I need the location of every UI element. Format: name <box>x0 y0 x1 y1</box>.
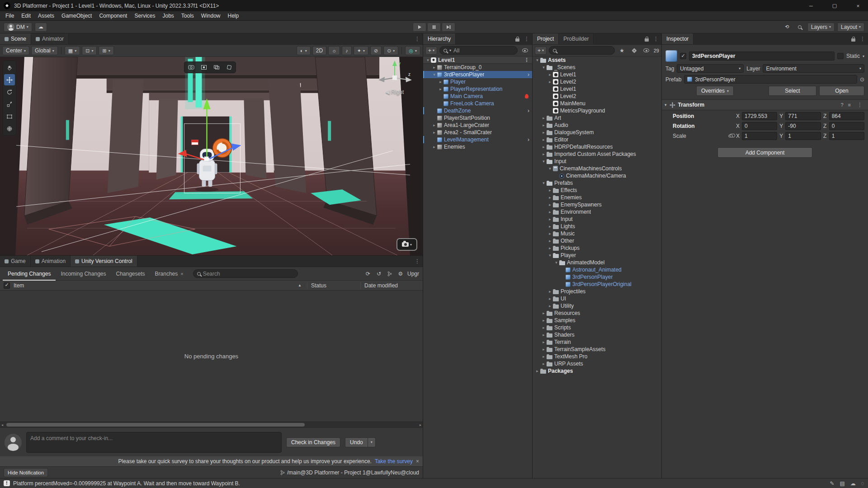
layers-dropdown[interactable]: Layers ▾ <box>807 23 835 32</box>
prefab-open-arrow[interactable]: › <box>527 71 530 78</box>
cloud-services-button[interactable]: ☁ <box>35 23 47 32</box>
project-item-shaders[interactable]: ▸Shaders <box>533 331 661 338</box>
project-item-level2[interactable]: Level2 <box>533 93 661 100</box>
maximize-button[interactable]: ▢ <box>825 0 844 11</box>
project-item-packages[interactable]: ▸Packages <box>533 367 661 375</box>
expander-icon[interactable]: ▾ <box>547 166 553 171</box>
transform-rotation-z-field[interactable] <box>829 122 864 130</box>
hierarchy-item-area2-smallcrater[interactable]: ▸Area2 - SmallCrater <box>423 129 532 136</box>
project-item-prefabs[interactable]: ▾Prefabs <box>533 179 661 187</box>
project-item-3rdpersonplayeroriginal[interactable]: 3rdPersonPlayerOriginal <box>533 281 661 288</box>
column-date[interactable]: Date modified <box>360 282 419 289</box>
project-item-enemies[interactable]: ▸Enemies <box>533 194 661 201</box>
hierarchy-item-3rdpersonplayer[interactable]: ▾3rdPersonPlayer› <box>423 71 532 78</box>
hidden-packages-button[interactable] <box>642 46 651 55</box>
create-asset-button[interactable]: + ▾ <box>535 47 547 55</box>
project-item-astronaut-animated[interactable]: Astronaut_Animated <box>533 266 661 273</box>
expander-icon[interactable]: ▾ <box>534 58 540 62</box>
hierarchy-item-area1-largecrater[interactable]: ▸Area1-LargeCrater <box>423 122 532 129</box>
tool-handle-position-button[interactable]: Center ▾ <box>2 46 29 55</box>
project-tab-probuilder[interactable]: ProBuilder <box>559 33 594 44</box>
link-scale-icon[interactable] <box>728 135 733 137</box>
expander-icon[interactable]: ▾ <box>431 72 437 77</box>
hierarchy-item-terraingroup-0[interactable]: ▸TerrainGroup_0 <box>423 64 532 71</box>
hierarchy-item-playerstartposition[interactable]: PlayerStartPosition <box>423 114 532 122</box>
expander-icon[interactable]: ▸ <box>547 304 553 308</box>
project-item-samples[interactable]: ▸Samples <box>533 317 661 324</box>
static-flags-dropdown-icon[interactable]: ▾ <box>863 54 864 58</box>
expander-icon[interactable]: ▸ <box>547 72 553 77</box>
select-all-checkbox[interactable] <box>4 282 10 289</box>
lock-icon[interactable] <box>645 38 649 42</box>
vcs-settings-button[interactable]: ⚙ <box>396 269 406 278</box>
activity-icon[interactable]: ▤ <box>840 480 845 487</box>
status-message[interactable]: Platform percentMoved=-0.009999925 at Wa… <box>13 480 240 487</box>
scene-picking-button[interactable] <box>520 46 530 55</box>
play-button[interactable] <box>413 23 426 32</box>
project-item-environment[interactable]: ▸Environment <box>533 208 661 216</box>
expander-icon[interactable]: ▸ <box>438 80 443 84</box>
transform-position-x-field[interactable] <box>742 112 777 120</box>
project-item-input[interactable]: ▾Input <box>533 158 661 165</box>
close-icon[interactable]: × <box>416 458 419 465</box>
scroll-right-icon[interactable]: ▸ <box>420 423 421 427</box>
project-item-player[interactable]: ▾Player <box>533 252 661 259</box>
expander-icon[interactable]: ▸ <box>541 116 547 120</box>
close-icon[interactable]: × <box>180 271 183 277</box>
overlay-frame-button[interactable] <box>198 63 209 72</box>
scene-tab-scene[interactable]: Scene <box>0 33 31 44</box>
menu-gameobject[interactable]: GameObject <box>58 11 95 21</box>
transform-position-y-field[interactable] <box>785 112 821 120</box>
scene-lighting-button[interactable]: ☼ <box>328 46 340 55</box>
expander-icon[interactable]: ▾ <box>547 253 553 258</box>
expander-icon[interactable]: ▸ <box>541 318 547 323</box>
expander-icon[interactable]: ▸ <box>541 152 547 156</box>
expander-icon[interactable]: ▸ <box>534 369 540 373</box>
project-tab-project[interactable]: Project <box>533 33 559 44</box>
vcs-branch-button[interactable] <box>385 269 395 278</box>
kebab-icon[interactable]: ⋮ <box>524 57 530 63</box>
expander-icon[interactable]: ▸ <box>547 289 553 294</box>
menu-jobs[interactable]: Jobs <box>159 11 177 21</box>
vcs-tab-game[interactable]: Game <box>0 256 31 267</box>
menu-component[interactable]: Component <box>95 11 131 21</box>
layout-dropdown[interactable]: Layout ▾ <box>837 23 864 32</box>
expander-icon[interactable]: ▸ <box>547 210 553 214</box>
rect-tool-button[interactable] <box>4 111 15 122</box>
transform-tool-button[interactable] <box>4 123 15 134</box>
project-item-projectiles[interactable]: ▸Projectiles <box>533 288 661 295</box>
expander-icon[interactable]: ▾ <box>541 65 547 70</box>
transform-rotation-y-field[interactable] <box>785 122 821 130</box>
expander-icon[interactable]: ▸ <box>431 130 437 135</box>
add-component-button[interactable]: Add Component <box>717 147 812 158</box>
project-item-music[interactable]: ▸Music <box>533 230 661 237</box>
transform-position-z-field[interactable] <box>829 112 864 120</box>
expander-icon[interactable]: ▸ <box>541 137 547 142</box>
grid-visibility-button[interactable]: ▦▾ <box>65 46 80 55</box>
project-item-textmesh-pro[interactable]: ▸TextMesh Pro <box>533 353 661 360</box>
help-icon[interactable]: ? <box>840 102 844 108</box>
cloud-status-icon[interactable]: ☁ <box>850 480 856 487</box>
hierarchy-item-enemies[interactable]: ▸Enemies <box>423 143 532 150</box>
project-item-imported-custom-asset-packages[interactable]: ▸Imported Custom Asset Packages <box>533 150 661 158</box>
kebab-icon[interactable]: ⋮ <box>651 33 661 44</box>
kebab-icon[interactable]: ⋮ <box>521 33 532 44</box>
pending-changes-list[interactable]: No pending changes <box>0 291 423 422</box>
expander-icon[interactable]: ▾ <box>425 58 431 62</box>
transform-scale-z-field[interactable] <box>829 132 864 140</box>
project-item-animatedmodel[interactable]: ▾AnimatedModel <box>533 259 661 266</box>
project-item-audio[interactable]: ▸Audio <box>533 122 661 129</box>
hierarchy-item-level1[interactable]: ▾Level1⋮ <box>423 56 532 64</box>
expander-icon[interactable]: ▸ <box>541 347 547 352</box>
overrides-dropdown[interactable]: Overrides ▾ <box>696 86 734 96</box>
menu-help[interactable]: Help <box>224 11 243 21</box>
move-tool-button[interactable] <box>4 74 15 85</box>
column-status[interactable]: Status <box>307 282 357 289</box>
global-search-button[interactable] <box>795 23 805 32</box>
mode-2d-button[interactable]: 2D <box>312 46 326 55</box>
scrollbar-thumb[interactable] <box>6 423 305 427</box>
vcs-subtab-incoming-changes[interactable]: Incoming Changes <box>56 267 111 281</box>
project-item-ui[interactable]: ▸UI <box>533 295 661 302</box>
scene-tab-animator[interactable]: Animator <box>31 33 69 44</box>
expander-icon[interactable]: ▸ <box>541 325 547 330</box>
